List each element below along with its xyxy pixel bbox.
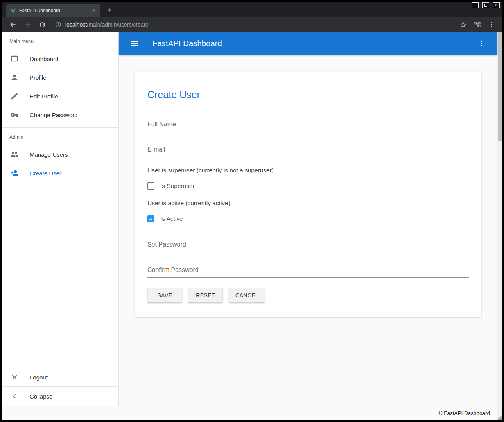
- sidebar-item-label: Create User: [30, 170, 61, 177]
- superuser-hint: User is superuser (currently is not a su…: [147, 167, 469, 174]
- superuser-checkbox-row: Is Superuser: [147, 182, 469, 190]
- sidebar-item-label: Change Password: [30, 112, 78, 118]
- forward-icon[interactable]: [24, 21, 32, 29]
- window-close-button[interactable]: ✕: [493, 2, 500, 8]
- is-active-label: Is Active: [160, 215, 183, 222]
- sidebar-item-label: Logout: [30, 374, 48, 381]
- active-hint: User is active (currently active): [147, 200, 469, 207]
- set-password-placeholder: Set Password: [147, 241, 186, 248]
- sidebar-item-label: Collapse: [30, 393, 52, 400]
- close-icon: [10, 373, 19, 381]
- hamburger-menu-icon[interactable]: [130, 39, 140, 48]
- sidebar-item-dashboard[interactable]: Dashboard: [2, 49, 118, 68]
- address-bar[interactable]: localhost/main/admin/users/create: [55, 21, 456, 28]
- sidebar-caption-admin: Admin: [2, 128, 118, 145]
- sidebar-item-profile[interactable]: Profile: [2, 68, 118, 87]
- window-maximize-button[interactable]: [482, 2, 489, 8]
- email-input[interactable]: E-mail: [147, 146, 469, 157]
- bookmark-star-icon[interactable]: [459, 21, 467, 29]
- sidebar: Main menu Dashboard Profile Edit Profile…: [2, 32, 119, 406]
- url-host: localhost: [65, 21, 87, 28]
- check-icon: [149, 216, 154, 222]
- is-superuser-label: Is Superuser: [160, 182, 195, 190]
- person-add-icon: [10, 169, 19, 177]
- scrollbar-thumb[interactable]: [498, 32, 502, 141]
- sidebar-item-label: Edit Profile: [30, 93, 58, 100]
- main-area: FastAPI Dashboard Create User Full Name …: [119, 32, 497, 406]
- sidebar-item-change-password[interactable]: Change Password: [2, 106, 118, 124]
- tab-title: FastAPI Dashboard: [19, 8, 88, 13]
- appbar: FastAPI Dashboard: [119, 32, 497, 55]
- content-area: Create User Full Name E-mail User is sup…: [119, 55, 497, 406]
- sidebar-caption-main: Main menu: [2, 32, 118, 49]
- window-controls: ✕: [472, 2, 500, 8]
- is-active-checkbox[interactable]: [147, 215, 154, 222]
- sidebar-collapse-button[interactable]: Collapse: [2, 387, 118, 406]
- page-title: Create User: [147, 89, 469, 100]
- url-path: /main/admin/users/create: [87, 21, 148, 28]
- back-icon[interactable]: [9, 21, 17, 29]
- email-placeholder: E-mail: [147, 146, 165, 153]
- sidebar-item-label: Dashboard: [30, 55, 58, 62]
- sidebar-item-label: Manage Users: [30, 151, 68, 158]
- sidebar-item-label: Profile: [30, 74, 47, 81]
- dashboard-icon: [10, 54, 19, 63]
- full-name-placeholder: Full Name: [147, 121, 176, 127]
- is-superuser-checkbox[interactable]: [147, 182, 154, 190]
- browser-toolbar: localhost/main/admin/users/create: [2, 17, 502, 32]
- copyright-text: © FastAPI Dashboard: [438, 410, 490, 416]
- page-footer: © FastAPI Dashboard: [2, 406, 497, 420]
- form-buttons: SAVE RESET CANCEL: [147, 288, 469, 302]
- reset-button[interactable]: RESET: [188, 288, 223, 302]
- full-name-input[interactable]: Full Name: [147, 121, 469, 132]
- page: Main menu Dashboard Profile Edit Profile…: [2, 32, 502, 420]
- sidebar-item-logout[interactable]: Logout: [2, 368, 118, 386]
- sidebar-spacer: [2, 182, 118, 368]
- people-icon: [10, 150, 19, 159]
- vue-logo-icon: [10, 8, 16, 14]
- browser-tab-bar: FastAPI Dashboard ✕ + ✕: [2, 2, 502, 17]
- new-tab-button[interactable]: +: [104, 5, 115, 16]
- confirm-password-input[interactable]: Confirm Password: [147, 266, 469, 278]
- site-info-icon[interactable]: [55, 21, 61, 28]
- sidebar-item-create-user[interactable]: Create User: [2, 164, 118, 182]
- cancel-button[interactable]: CANCEL: [229, 288, 265, 302]
- sidebar-item-edit-profile[interactable]: Edit Profile: [2, 87, 118, 106]
- appbar-title: FastAPI Dashboard: [152, 39, 222, 48]
- confirm-password-placeholder: Confirm Password: [147, 266, 199, 273]
- url-text: localhost/main/admin/users/create: [65, 21, 148, 28]
- browser-tab[interactable]: FastAPI Dashboard ✕: [6, 4, 100, 17]
- key-icon: [10, 111, 19, 119]
- tab-close-icon[interactable]: ✕: [91, 8, 97, 13]
- person-icon: [10, 73, 19, 82]
- reload-icon[interactable]: [39, 21, 46, 29]
- appbar-overflow-menu-icon[interactable]: [477, 39, 486, 48]
- extension-icon[interactable]: [474, 21, 481, 28]
- pencil-icon: [10, 92, 19, 100]
- active-checkbox-row: Is Active: [147, 215, 469, 222]
- vertical-scrollbar[interactable]: [497, 32, 502, 420]
- set-password-input[interactable]: Set Password: [147, 241, 469, 252]
- window-resize-grip[interactable]: [497, 415, 502, 420]
- save-button[interactable]: SAVE: [147, 288, 182, 302]
- window-minimize-button[interactable]: [472, 2, 479, 8]
- sidebar-item-manage-users[interactable]: Manage Users: [2, 145, 118, 164]
- create-user-card: Create User Full Name E-mail User is sup…: [135, 72, 481, 317]
- browser-menu-icon[interactable]: [488, 21, 495, 28]
- chevron-left-icon: [10, 392, 19, 401]
